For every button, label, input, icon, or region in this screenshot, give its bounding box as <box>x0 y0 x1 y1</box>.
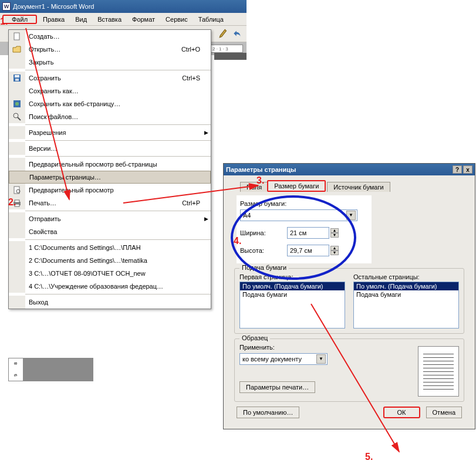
paper-size-combo[interactable]: A4 ▼ <box>240 209 357 221</box>
first-page-listbox[interactable]: По умолч. (Подача бумаги) Подача бумаги <box>239 282 345 329</box>
print-icon <box>12 198 22 208</box>
menu-item-versions[interactable]: Версии… <box>9 142 211 155</box>
sample-group: Образец Применить: ко всему документу ▼ … <box>234 338 464 402</box>
width-label: Ширина: <box>240 229 287 236</box>
new-doc-icon <box>12 32 22 41</box>
print-options-button[interactable]: Параметры печати… <box>239 381 315 393</box>
width-spinner[interactable]: ▲▼ <box>330 228 339 238</box>
tab-margins[interactable]: Поля <box>240 182 268 192</box>
page-setup-dialog: Параметры страницы ? x Поля Размер бумаг… <box>223 163 475 429</box>
svg-rect-2 <box>15 75 19 77</box>
paper-size-label: Размер бумаги: <box>240 200 368 207</box>
folder-open-icon <box>12 45 22 54</box>
menu-item-recent-3[interactable]: 3 C:\…\ОТЧЕТ 08-09\ОТЧЕТ ОСН_new <box>9 267 211 280</box>
menu-item-new[interactable]: Создать… <box>9 30 211 43</box>
menu-item-properties[interactable]: Свойства <box>9 225 211 238</box>
menu-item-close[interactable]: Закрыть <box>9 56 211 69</box>
apply-combo[interactable]: ко всему документу ▼ <box>239 353 328 365</box>
chevron-down-icon: ▼ <box>316 354 326 364</box>
menu-item-recent-1[interactable]: 1 C:\Documents and Settings\…\ПЛАН <box>9 241 211 254</box>
menu-item-page-setup[interactable]: Параметры страницы… <box>9 171 211 184</box>
menu-item-web-preview[interactable]: Предварительный просмотр веб-страницы <box>9 158 211 171</box>
other-pages-label: Остальные страницы: <box>353 273 459 280</box>
menu-item-print-preview[interactable]: Предварительный просмотр <box>9 184 211 197</box>
menu-item-file-search[interactable]: Поиск файлов… <box>9 110 211 123</box>
cancel-button[interactable]: Отмена <box>426 407 462 418</box>
svg-point-6 <box>13 113 18 118</box>
svg-rect-0 <box>14 33 19 40</box>
word-icon: W <box>2 2 11 11</box>
menu-item-recent-4[interactable]: 4 C:\…\Учреждение образования федерац… <box>9 280 211 293</box>
tab-paper-source[interactable]: Источник бумаги <box>327 182 390 192</box>
h-ruler-dark <box>214 53 247 60</box>
menu-file[interactable]: Файл <box>2 15 37 24</box>
preview-icon <box>12 185 22 195</box>
save-web-icon <box>12 99 22 109</box>
dialog-title: Параметры страницы <box>226 166 296 173</box>
list-item[interactable]: По умолч. (Подача бумаги) <box>240 282 345 290</box>
brush-icon[interactable] <box>218 28 229 39</box>
file-dropdown-menu: Создать… Открыть…Ctrl+O Закрыть Сохранит… <box>8 29 211 309</box>
menu-view[interactable]: Вид <box>70 15 92 24</box>
menu-item-save-as[interactable]: Сохранить как… <box>9 84 211 97</box>
menu-item-permissions[interactable]: Разрешения▶ <box>9 126 211 139</box>
apply-label: Применить: <box>239 344 328 351</box>
width-input[interactable]: 21 см <box>287 227 329 239</box>
other-pages-listbox[interactable]: По умолч. (Подача бумаги) Подача бумаги <box>353 282 459 329</box>
page-preview <box>418 346 459 397</box>
paper-feed-group: Подача бумаги Первая страница: По умолч.… <box>234 268 464 334</box>
dialog-title-bar: Параметры страницы ? x <box>224 164 475 175</box>
menu-tools[interactable]: Сервис <box>161 15 193 24</box>
height-input[interactable]: 29,7 см <box>287 245 329 256</box>
menu-insert[interactable]: Вставка <box>93 15 126 24</box>
menu-edit[interactable]: Правка <box>38 15 69 24</box>
menu-item-recent-2[interactable]: 2 C:\Documents and Settings\…\tematika <box>9 254 211 267</box>
undo-icon[interactable] <box>232 28 243 39</box>
title-bar: W Документ1 - Microsoft Word <box>0 0 247 13</box>
annotation-5: 5. <box>365 452 373 462</box>
v-ruler: 8 9 <box>8 358 23 381</box>
ok-button[interactable]: ОК <box>383 407 420 418</box>
svg-rect-3 <box>15 79 19 81</box>
sample-legend: Образец <box>239 334 270 341</box>
first-page-label: Первая страница: <box>239 273 345 280</box>
list-item[interactable]: По умолч. (Подача бумаги) <box>354 282 458 290</box>
svg-point-5 <box>15 102 19 106</box>
chevron-down-icon: ▼ <box>346 211 356 220</box>
menu-item-exit[interactable]: Выход <box>9 296 211 309</box>
height-spinner[interactable]: ▲▼ <box>330 246 339 255</box>
close-button[interactable]: x <box>463 165 472 174</box>
search-files-icon <box>12 112 22 121</box>
feed-legend: Подача бумаги <box>239 264 289 271</box>
floppy-icon <box>12 73 22 83</box>
doc-background <box>23 358 93 381</box>
menu-item-save-web[interactable]: Сохранить как веб-страницу… <box>9 97 211 110</box>
menu-item-print[interactable]: Печать…Ctrl+P <box>9 197 211 209</box>
menu-table[interactable]: Таблица <box>194 15 228 24</box>
default-button[interactable]: По умолчанию… <box>237 407 299 418</box>
menu-item-open[interactable]: Открыть…Ctrl+O <box>9 43 211 56</box>
menu-bar: Файл Правка Вид Вставка Формат Сервис Та… <box>0 13 247 26</box>
menu-format[interactable]: Формат <box>127 15 160 24</box>
svg-rect-11 <box>15 200 19 202</box>
window-title: Документ1 - Microsoft Word <box>13 3 94 10</box>
menu-item-save[interactable]: СохранитьCtrl+S <box>9 72 211 84</box>
h-ruler: 2 · 1 · 3 <box>211 45 243 53</box>
list-item[interactable]: Подача бумаги <box>354 290 458 299</box>
svg-line-7 <box>18 117 21 120</box>
svg-rect-12 <box>15 204 19 206</box>
menu-item-send[interactable]: Отправить▶ <box>9 212 211 225</box>
tab-paper-size[interactable]: Размер бумаги <box>267 180 326 192</box>
list-item[interactable]: Подача бумаги <box>240 290 345 299</box>
paper-size-value: A4 <box>243 212 251 219</box>
help-button[interactable]: ? <box>453 165 462 174</box>
height-label: Высота: <box>240 247 287 254</box>
